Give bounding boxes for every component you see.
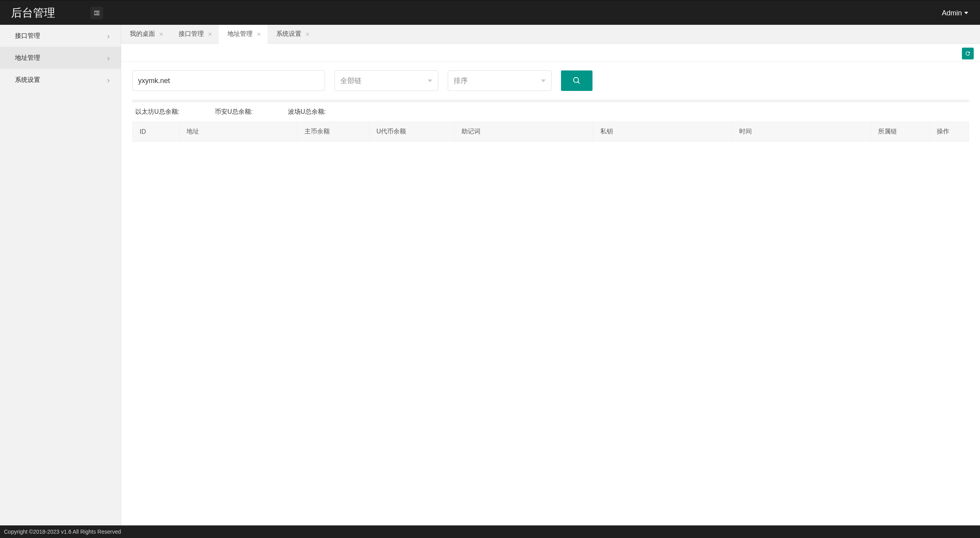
tab-label: 接口管理 xyxy=(179,30,204,38)
column-header: 主币余额 xyxy=(297,122,369,142)
toolbar xyxy=(121,44,980,61)
column-header: 操作 xyxy=(930,122,969,142)
sidebar-item[interactable]: 系统设置› xyxy=(0,69,121,91)
tab-label: 我的桌面 xyxy=(130,30,155,38)
chevron-right-icon: › xyxy=(107,31,110,41)
tab[interactable]: 我的桌面✕ xyxy=(121,25,170,44)
sidebar-item-label: 系统设置 xyxy=(15,76,40,84)
table-header-row: ID地址主币余额U代币余额助记词私钥时间所属链操作 xyxy=(133,122,969,142)
address-table: ID地址主币余额U代币余额助记词私钥时间所属链操作 xyxy=(132,122,969,142)
search-icon xyxy=(572,76,581,85)
tab-label: 地址管理 xyxy=(227,30,253,38)
column-header: 助记词 xyxy=(454,122,593,142)
sidebar-item-label: 接口管理 xyxy=(15,32,40,40)
footer: Copyright ©2018-2023 v1.6 All Rights Res… xyxy=(0,525,980,538)
column-header: ID xyxy=(133,122,179,142)
tab[interactable]: 地址管理✕ xyxy=(219,25,268,44)
tab-label: 系统设置 xyxy=(276,30,301,38)
user-menu[interactable]: Admin xyxy=(942,9,975,17)
tab[interactable]: 系统设置✕ xyxy=(268,25,316,44)
sort-select[interactable]: 排序 xyxy=(448,70,552,91)
tabs-bar: 我的桌面✕接口管理✕地址管理✕系统设置✕ xyxy=(121,25,980,44)
app-title: 后台管理 xyxy=(11,6,55,20)
column-header: 地址 xyxy=(179,122,297,142)
chain-select-value: 全部链 xyxy=(340,76,362,85)
close-icon[interactable]: ✕ xyxy=(159,31,164,37)
sidebar-item-label: 地址管理 xyxy=(15,54,40,62)
menu-fold-icon xyxy=(93,9,100,17)
user-name: Admin xyxy=(942,9,962,17)
app-header: 后台管理 Admin xyxy=(0,1,980,25)
caret-down-icon xyxy=(964,12,968,14)
sidebar-item[interactable]: 接口管理› xyxy=(0,25,121,47)
close-icon[interactable]: ✕ xyxy=(305,31,310,37)
tron-balance-label: 波场U总余额: xyxy=(288,108,326,116)
sidebar-toggle-button[interactable] xyxy=(90,7,103,19)
search-button[interactable] xyxy=(561,70,592,91)
close-icon[interactable]: ✕ xyxy=(208,31,212,37)
chain-select[interactable]: 全部链 xyxy=(334,70,438,91)
svg-rect-1 xyxy=(94,13,100,13)
column-header: 私钥 xyxy=(593,122,732,142)
column-header: 所属链 xyxy=(871,122,930,142)
chevron-down-icon xyxy=(428,79,432,82)
refresh-icon xyxy=(965,50,971,57)
svg-rect-0 xyxy=(94,11,100,12)
sidebar-item[interactable]: 地址管理› xyxy=(0,47,121,69)
svg-rect-2 xyxy=(94,15,100,15)
svg-marker-3 xyxy=(95,12,96,14)
main-content: 我的桌面✕接口管理✕地址管理✕系统设置✕ 全部链 排序 xyxy=(121,25,980,525)
search-row: 全部链 排序 xyxy=(121,62,980,100)
bsc-balance-label: 币安U总余额: xyxy=(215,108,253,116)
refresh-button[interactable] xyxy=(962,48,974,59)
divider xyxy=(132,100,969,102)
search-input[interactable] xyxy=(132,70,325,91)
tab[interactable]: 接口管理✕ xyxy=(170,25,219,44)
table-container: ID地址主币余额U代币余额助记词私钥时间所属链操作 xyxy=(121,122,980,142)
chevron-right-icon: › xyxy=(107,76,110,85)
balances-row: 以太坊U总余额: 币安U总余额: 波场U总余额: xyxy=(121,102,980,122)
column-header: U代币余额 xyxy=(369,122,454,142)
svg-line-5 xyxy=(578,82,580,84)
svg-point-4 xyxy=(574,78,579,83)
close-icon[interactable]: ✕ xyxy=(257,31,261,37)
eth-balance-label: 以太坊U总余额: xyxy=(135,108,179,116)
sidebar: 接口管理›地址管理›系统设置› xyxy=(0,25,121,525)
sort-select-value: 排序 xyxy=(454,76,468,85)
chevron-down-icon xyxy=(541,79,546,82)
copyright-text: Copyright ©2018-2023 v1.6 All Rights Res… xyxy=(4,529,121,535)
column-header: 时间 xyxy=(732,122,871,142)
chevron-right-icon: › xyxy=(107,54,110,63)
